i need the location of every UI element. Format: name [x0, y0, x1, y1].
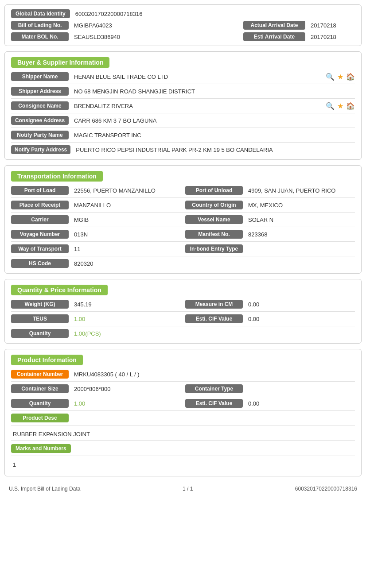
- footer: U.S. Import Bill of Lading Data 1 / 1 60…: [4, 482, 362, 495]
- quantity-price-header: Quantity & Price Information: [11, 285, 108, 295]
- container-size-type-row: Container Size 2000*806*800 Container Ty…: [11, 384, 355, 396]
- container-number-row: Container Number MRKU4083305 ( 40 / L / …: [11, 370, 355, 382]
- weight-value: 345.19: [74, 301, 181, 308]
- way-transport-label: Way of Transport: [11, 244, 69, 253]
- vessel-col: Vessel Name SOLAR N: [185, 215, 355, 224]
- product-info-section: Product Information Container Number MRK…: [4, 349, 362, 476]
- vessel-label: Vessel Name: [185, 215, 243, 224]
- manifest-value: 823368: [248, 231, 355, 238]
- teus-value: 1.00: [74, 316, 181, 322]
- consignee-address-value: CARR 686 KM 3 7 BO LAGUNA: [74, 117, 355, 124]
- consignee-home-icon[interactable]: 🏠: [346, 102, 355, 110]
- product-qty-cif-row: Quantity 1.00 Esti. CIF Value 0.00: [11, 399, 355, 411]
- container-size-value: 2000*806*800: [74, 386, 181, 392]
- teus-col: TEUS 1.00: [11, 314, 181, 323]
- place-receipt-label: Place of Receipt: [11, 201, 69, 209]
- port-unload-label: Port of Unload: [185, 186, 243, 195]
- carrier-col: Carrier MGIB: [11, 215, 181, 224]
- port-row: Port of Load 22556, PUERTO MANZANILLO Po…: [11, 186, 355, 198]
- consignee-name-row: Consignee Name BRENDALITZ RIVERA 🔍 ★ 🏠: [11, 101, 355, 113]
- shipper-address-row: Shipper Address NO 68 MENGJIN ROAD SHANG…: [11, 87, 355, 99]
- shipper-address-value: NO 68 MENGJIN ROAD SHANGJIE DISTRICT: [74, 88, 355, 95]
- actual-arrival-label: Actual Arrival Date: [243, 21, 305, 30]
- notify-party-address-label: Notify Party Address: [11, 145, 70, 154]
- bol-label: Bill of Lading No.: [11, 21, 69, 30]
- voyage-value: 013N: [74, 231, 181, 238]
- consignee-address-label: Consignee Address: [11, 116, 69, 125]
- place-receipt-value: MANZANILLO: [74, 202, 181, 209]
- product-qty-label: Quantity: [11, 399, 69, 408]
- voyage-manifest-row: Voyage Number 013N Manifest No. 823368: [11, 230, 355, 242]
- quantity-label: Quantity: [11, 329, 69, 338]
- shipper-star-icon[interactable]: ★: [337, 73, 343, 81]
- hs-code-col: HS Code 820320: [11, 259, 355, 268]
- weight-col: Weight (KG) 345.19: [11, 300, 181, 309]
- way-transport-value: 11: [74, 246, 181, 252]
- shipper-name-label: Shipper Name: [11, 72, 69, 81]
- product-desc-value: RUBBER EXPANSION JOINT: [11, 428, 355, 441]
- footer-left: U.S. Import Bill of Lading Data: [9, 486, 80, 492]
- hs-code-label: HS Code: [11, 259, 69, 268]
- global-identity-value: 600320170220000718316: [75, 11, 355, 17]
- country-origin-label: Country of Origin: [185, 201, 243, 209]
- consignee-star-icon[interactable]: ★: [337, 102, 343, 110]
- marks-label-row: Marks and Numbers: [11, 444, 355, 456]
- cif-value: 0.00: [248, 316, 355, 322]
- weight-label: Weight (KG): [11, 300, 69, 309]
- product-cif-col: Esti. CIF Value 0.00: [185, 399, 355, 408]
- hs-code-row: HS Code 820320: [11, 259, 355, 268]
- weight-measure-row: Weight (KG) 345.19 Measure in CM 0.00: [11, 300, 355, 312]
- notify-party-name-value: MAGIC TRANSPORT INC: [74, 132, 355, 139]
- product-desc-label-row: Product Desc: [11, 414, 355, 426]
- product-cif-label: Esti. CIF Value: [185, 399, 243, 408]
- esti-arrival-label: Esti Arrival Date: [243, 32, 305, 41]
- container-size-col: Container Size 2000*806*800: [11, 384, 181, 393]
- bol-value: MGIBPA64023: [74, 22, 243, 29]
- shipper-name-value: HENAN BLUE SAIL TRADE CO LTD: [74, 74, 322, 80]
- consignee-search-icon[interactable]: 🔍: [326, 102, 335, 110]
- carrier-vessel-row: Carrier MGIB Vessel Name SOLAR N: [11, 215, 355, 227]
- measure-label: Measure in CM: [185, 300, 243, 309]
- container-type-label: Container Type: [185, 384, 243, 393]
- transportation-header: Transportation Information: [11, 171, 103, 182]
- container-number-label: Container Number: [11, 370, 69, 379]
- product-qty-value: 1.00: [74, 400, 181, 407]
- product-cif-value: 0.00: [248, 400, 355, 407]
- cif-label: Esti. CIF Value: [185, 314, 243, 323]
- buyer-supplier-section: Buyer & Supplier Information Shipper Nam…: [4, 51, 362, 160]
- notify-party-name-row: Notify Party Name MAGIC TRANSPORT INC: [11, 131, 355, 143]
- product-info-header: Product Information: [11, 355, 83, 365]
- port-load-col: Port of Load 22556, PUERTO MANZANILLO: [11, 186, 181, 195]
- port-unload-col: Port of Unload 4909, SAN JUAN, PUERTO RI…: [185, 186, 355, 195]
- notify-party-address-value: PUERTO RICO PEPSI INDUSTRIAL PARK PR-2 K…: [76, 147, 355, 153]
- product-desc-label: Product Desc: [11, 414, 69, 422]
- vessel-value: SOLAR N: [248, 217, 355, 223]
- top-card: Global Data Identity 6003201702200007183…: [4, 4, 362, 46]
- country-origin-value: MX, MEXICO: [248, 202, 355, 209]
- shipper-search-icon[interactable]: 🔍: [326, 73, 335, 81]
- page: Global Data Identity 6003201702200007183…: [0, 0, 366, 588]
- transportation-section: Transportation Information Port of Load …: [4, 165, 362, 274]
- consignee-address-row: Consignee Address CARR 686 KM 3 7 BO LAG…: [11, 116, 355, 128]
- notify-party-address-row: Notify Party Address PUERTO RICO PEPSI I…: [11, 145, 355, 154]
- shipper-home-icon[interactable]: 🏠: [346, 73, 355, 81]
- shipper-address-label: Shipper Address: [11, 87, 69, 96]
- quantity-col: Quantity 1.00(PCS): [11, 329, 355, 338]
- global-identity-row: Global Data Identity 6003201702200007183…: [11, 9, 355, 18]
- port-load-label: Port of Load: [11, 186, 69, 195]
- cif-col: Esti. CIF Value 0.00: [185, 314, 355, 323]
- quantity-price-section: Quantity & Price Information Weight (KG)…: [4, 279, 362, 344]
- way-transport-col: Way of Transport 11: [11, 244, 181, 253]
- quantity-value: 1.00(PCS): [74, 330, 355, 337]
- consignee-name-value: BRENDALITZ RIVERA: [74, 103, 322, 109]
- actual-arrival-value: 20170218: [311, 22, 355, 29]
- measure-value: 0.00: [248, 301, 355, 308]
- container-number-value: MRKU4083305 ( 40 / L / ): [74, 371, 355, 378]
- port-unload-value: 4909, SAN JUAN, PUERTO RICO: [248, 187, 355, 194]
- shipper-icons: 🔍 ★ 🏠: [326, 73, 355, 81]
- manifest-label: Manifest No.: [185, 230, 243, 239]
- consignee-name-label: Consignee Name: [11, 101, 69, 110]
- master-bol-value: SEAUSLD386940: [74, 34, 243, 40]
- measure-col: Measure in CM 0.00: [185, 300, 355, 309]
- footer-center: 1 / 1: [183, 486, 193, 492]
